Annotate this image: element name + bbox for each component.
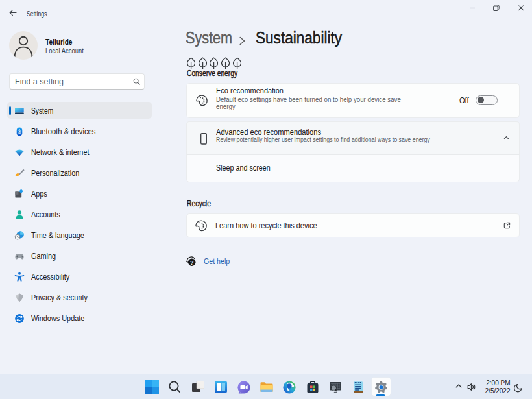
svg-text:?: ? [190, 260, 194, 266]
